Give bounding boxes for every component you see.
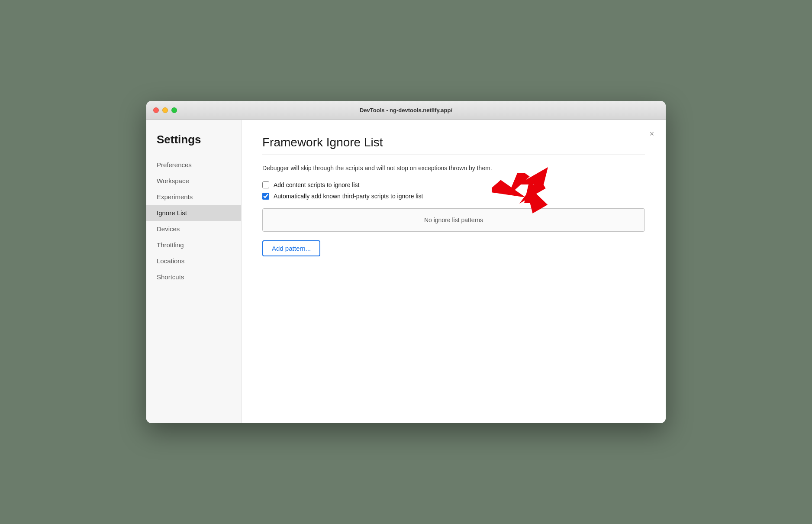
svg-marker-2	[518, 167, 548, 203]
sidebar-item-shortcuts[interactable]: Shortcuts	[146, 269, 241, 285]
section-title: Framework Ignore List	[262, 136, 645, 149]
titlebar: DevTools - ng-devtools.netlify.app/	[146, 101, 666, 120]
patterns-empty-label: No ignore list patterns	[424, 217, 483, 223]
sidebar-item-experiments[interactable]: Experiments	[146, 189, 241, 205]
main-panel: × Framework Ignore List Debugger will sk…	[242, 120, 666, 423]
red-pointing-arrow	[496, 165, 552, 204]
checkbox-row-2: Automatically add known third-party scri…	[262, 193, 645, 200]
minimize-button[interactable]	[162, 107, 168, 113]
sidebar-item-throttling[interactable]: Throttling	[146, 237, 241, 253]
checkbox-row-1: Add content scripts to ignore list	[262, 181, 645, 188]
patterns-empty-box: No ignore list patterns	[262, 208, 645, 232]
auto-add-third-party-label[interactable]: Automatically add known third-party scri…	[274, 193, 423, 200]
close-panel-button[interactable]: ×	[647, 129, 657, 139]
sidebar: Settings Preferences Workspace Experimen…	[146, 120, 242, 423]
content-area: Settings Preferences Workspace Experimen…	[146, 120, 666, 423]
section-divider	[262, 155, 645, 155]
close-button[interactable]	[153, 107, 159, 113]
auto-add-third-party-checkbox[interactable]	[262, 193, 269, 200]
add-pattern-button[interactable]: Add pattern...	[262, 240, 320, 256]
sidebar-item-ignore-list[interactable]: Ignore List	[146, 205, 241, 221]
sidebar-item-locations[interactable]: Locations	[146, 253, 241, 269]
window-title: DevTools - ng-devtools.netlify.app/	[360, 107, 452, 113]
section-description: Debugger will skip through the scripts a…	[262, 164, 645, 173]
sidebar-item-devices[interactable]: Devices	[146, 221, 241, 237]
traffic-lights	[153, 107, 177, 113]
add-content-scripts-checkbox[interactable]	[262, 181, 269, 188]
sidebar-item-workspace[interactable]: Workspace	[146, 173, 241, 189]
add-content-scripts-label[interactable]: Add content scripts to ignore list	[274, 181, 359, 188]
sidebar-item-preferences[interactable]: Preferences	[146, 157, 241, 173]
app-window: DevTools - ng-devtools.netlify.app/ Sett…	[146, 101, 666, 423]
sidebar-heading: Settings	[146, 133, 241, 157]
maximize-button[interactable]	[171, 107, 177, 113]
